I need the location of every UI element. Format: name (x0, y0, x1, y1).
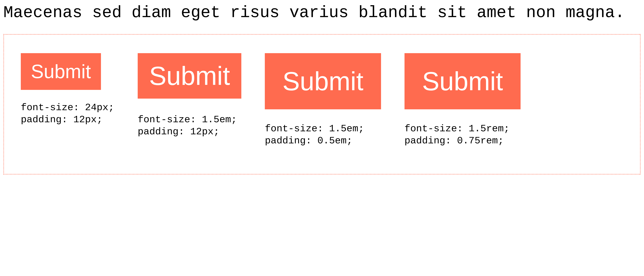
demo-container: Submit font-size: 24px; padding: 12px; S… (3, 34, 641, 174)
demo-item-1: Submit font-size: 24px; padding: 12px; (21, 53, 114, 126)
submit-button-em-px[interactable]: Submit (138, 53, 241, 98)
intro-paragraph: Maecenas sed diam eget risus varius blan… (3, 3, 641, 22)
code-caption-3: font-size: 1.5em; padding: 0.5em; (265, 123, 364, 147)
submit-button-px[interactable]: Submit (21, 53, 101, 90)
submit-button-rem-rem[interactable]: Submit (404, 53, 520, 109)
demo-item-3: Submit font-size: 1.5em; padding: 0.5em; (265, 53, 381, 147)
code-caption-2: font-size: 1.5em; padding: 12px; (138, 114, 237, 138)
code-caption-1: font-size: 24px; padding: 12px; (21, 102, 114, 126)
submit-button-em-em[interactable]: Submit (265, 53, 381, 109)
demo-item-4: Submit font-size: 1.5rem; padding: 0.75r… (404, 53, 520, 147)
code-caption-4: font-size: 1.5rem; padding: 0.75rem; (404, 123, 510, 147)
demo-item-2: Submit font-size: 1.5em; padding: 12px; (138, 53, 241, 138)
